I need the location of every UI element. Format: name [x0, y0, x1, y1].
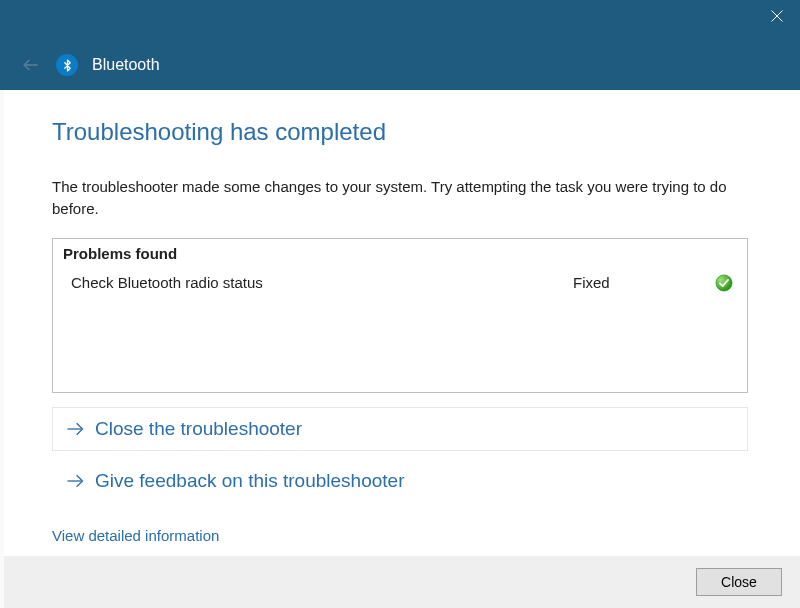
view-detailed-link[interactable]: View detailed information [52, 527, 219, 544]
left-border [0, 90, 4, 608]
header: Bluetooth [0, 40, 800, 90]
problems-header: Problems found [63, 245, 737, 262]
description-text: The troubleshooter made some changes to … [52, 176, 748, 220]
status-icon-cell [713, 274, 733, 292]
page-title: Troubleshooting has completed [52, 118, 748, 146]
problem-name: Check Bluetooth radio status [71, 274, 573, 291]
header-title: Bluetooth [92, 56, 160, 74]
footer: Close [4, 556, 800, 608]
bluetooth-icon [56, 54, 78, 76]
back-arrow-icon [21, 55, 41, 75]
svg-point-3 [716, 274, 732, 290]
window-close-button[interactable] [754, 0, 800, 32]
problem-row: Check Bluetooth radio status Fixed [63, 272, 737, 294]
action-label: Give feedback on this troubleshooter [95, 470, 404, 492]
close-button[interactable]: Close [696, 568, 782, 596]
back-button [20, 54, 42, 76]
check-circle-icon [715, 274, 733, 292]
titlebar [0, 0, 800, 40]
problem-status: Fixed [573, 274, 713, 291]
arrow-right-icon [65, 419, 85, 439]
give-feedback-link[interactable]: Give feedback on this troubleshooter [52, 459, 748, 503]
close-troubleshooter-link[interactable]: Close the troubleshooter [52, 407, 748, 451]
problems-box: Problems found Check Bluetooth radio sta… [52, 238, 748, 393]
close-icon [771, 10, 783, 22]
action-label: Close the troubleshooter [95, 418, 302, 440]
arrow-right-icon [65, 471, 85, 491]
dialog-body: Troubleshooting has completed The troubl… [0, 90, 800, 544]
